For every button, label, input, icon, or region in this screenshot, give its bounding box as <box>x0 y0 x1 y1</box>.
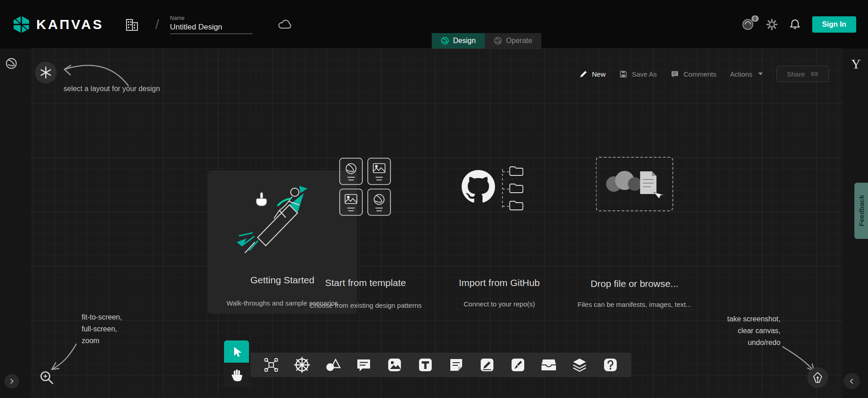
card-subtitle: Choose from existing design patterns <box>297 301 434 309</box>
share-button[interactable]: Share <box>776 66 829 82</box>
components-icon <box>263 357 279 373</box>
new-label: New <box>592 70 605 78</box>
github-illustration <box>461 165 538 213</box>
card-drop-file[interactable]: Drop file or browse... Files can be mani… <box>566 153 702 311</box>
card-title: Drop file or browse... <box>566 278 702 289</box>
actions-label: Actions <box>730 70 752 78</box>
left-rail <box>0 49 31 398</box>
magnifier-icon <box>39 370 54 385</box>
kubernetes-tool-button[interactable] <box>292 355 312 375</box>
save-as-button[interactable]: Save As <box>619 70 657 78</box>
logo-text: KAΠVAS <box>36 17 103 32</box>
cloud-sync-icon <box>277 19 293 30</box>
layers-tool-button[interactable] <box>570 355 590 375</box>
card-title: Start from template <box>297 277 434 288</box>
design-name-input[interactable] <box>170 23 253 34</box>
chevron-right-icon <box>8 378 15 385</box>
canvas-toolbar: New Save As Comments Actions Share <box>579 66 829 82</box>
pen-nib-icon <box>811 371 824 384</box>
media-tool-button[interactable] <box>385 355 405 375</box>
file-icon <box>640 171 657 194</box>
new-button[interactable]: New <box>579 70 605 78</box>
helm-wheel-icon <box>293 356 311 374</box>
card-start-from-template[interactable]: Start from template Choose from existing… <box>297 153 434 311</box>
breadcrumb-separator: / <box>155 17 159 32</box>
collapse-right-panel-button[interactable] <box>844 373 860 389</box>
share-label: Share <box>787 70 805 78</box>
comments-button[interactable]: Comments <box>670 70 717 78</box>
operate-tab-icon <box>494 37 502 45</box>
tab-design[interactable]: Design <box>432 33 485 49</box>
expand-left-panel-button[interactable] <box>5 374 19 388</box>
save-as-label: Save As <box>632 70 657 78</box>
brush-icon <box>510 357 526 373</box>
feedback-tab[interactable]: Feedback <box>854 183 868 239</box>
design-name-label: Name <box>170 15 253 21</box>
shapes-icon <box>324 357 341 373</box>
pan-tool-button[interactable] <box>224 363 249 386</box>
tab-operate[interactable]: Operate <box>485 33 541 49</box>
operate-tab-label: Operate <box>506 37 532 45</box>
design-tab-label: Design <box>453 37 476 45</box>
chevron-left-icon <box>848 378 855 385</box>
pen-tool-button[interactable] <box>807 367 828 388</box>
y-mark-icon[interactable]: Y <box>851 57 861 72</box>
help-tool-button[interactable] <box>600 355 620 375</box>
kanvas-logo-icon <box>12 15 31 34</box>
zoom-button[interactable] <box>37 368 56 387</box>
select-tool-button[interactable] <box>224 340 249 363</box>
drawer-tool-button[interactable] <box>539 355 559 375</box>
actions-dropdown[interactable]: Actions <box>730 70 763 78</box>
shapes-tool-button[interactable] <box>323 355 343 375</box>
bottom-right-hint: take screenshot, clear canvas, undo/redo <box>714 313 780 349</box>
text-tool-button[interactable] <box>415 355 435 375</box>
github-octocat-icon <box>462 170 495 203</box>
save-icon <box>619 70 628 78</box>
layout-select-button[interactable] <box>35 62 57 83</box>
chevron-down-icon <box>758 73 763 75</box>
edit-tool-button[interactable] <box>477 355 497 375</box>
sticky-note-icon <box>448 357 464 373</box>
brush-tool-button[interactable] <box>508 355 528 375</box>
comment-icon <box>356 357 372 373</box>
media-icon <box>386 357 403 373</box>
meshery-spiral-icon[interactable] <box>5 58 17 69</box>
card-title: Import from GitHub <box>431 277 567 288</box>
organization-icon[interactable] <box>125 17 139 32</box>
credits-badge: 0 <box>751 15 759 22</box>
layout-hint-text: select a layout for your design <box>63 85 160 93</box>
sign-in-button[interactable]: Sign In <box>812 16 856 33</box>
components-tool-button[interactable] <box>261 355 281 375</box>
kanvas-logo[interactable]: KAΠVAS <box>12 15 103 34</box>
card-subtitle: Files can be manifests, images, text... <box>566 301 702 308</box>
drop-zone[interactable] <box>596 157 673 211</box>
credits-indicator[interactable]: 0 <box>741 18 754 31</box>
drawer-icon <box>540 357 557 373</box>
design-tab-icon <box>441 37 449 45</box>
bottom-left-hint: fit-to-screen, full-screen, zoom <box>82 311 122 347</box>
mode-tabs: Design Operate <box>432 33 541 49</box>
layers-icon <box>571 357 588 373</box>
design-canvas[interactable]: select a layout for your design New Save… <box>0 49 868 398</box>
settings-gear-icon[interactable] <box>766 19 778 30</box>
tool-dock <box>250 353 631 377</box>
text-icon <box>417 357 434 373</box>
hand-pointer-cursor-icon <box>253 191 269 208</box>
pencil-edit-icon <box>479 357 495 373</box>
cursor-arrow-icon <box>231 345 243 358</box>
card-import-from-github[interactable]: Import from GitHub Connect to your repo(… <box>431 153 567 311</box>
app-header: KAΠVAS / Name Design <box>0 0 868 49</box>
feedback-label: Feedback <box>858 195 865 226</box>
card-subtitle: Connect to your repo(s) <box>431 300 567 308</box>
note-tool-button[interactable] <box>446 355 466 375</box>
snowflake-icon <box>40 67 52 78</box>
folder-icons <box>510 167 523 210</box>
comments-label: Comments <box>683 70 717 78</box>
bottom-toolbar <box>224 340 631 386</box>
drop-file-illustration <box>597 158 673 210</box>
notifications-bell-icon[interactable] <box>790 19 800 30</box>
link-icon <box>810 70 819 78</box>
question-mark-icon <box>602 357 619 373</box>
hand-icon <box>230 367 244 382</box>
comment-tool-button[interactable] <box>354 355 374 375</box>
